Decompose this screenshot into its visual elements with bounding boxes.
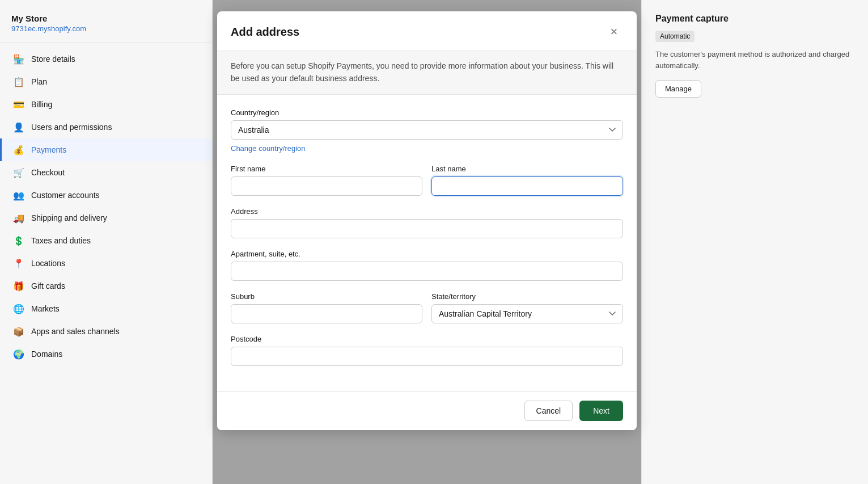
shipping-icon: 🚚	[13, 212, 24, 224]
sidebar: My Store 9731ec.myshopify.com 🏪 Store de…	[0, 0, 213, 484]
gift-cards-icon: 🎁	[13, 280, 24, 292]
sidebar-item-markets[interactable]: 🌐 Markets	[0, 297, 212, 320]
store-details-icon: 🏪	[13, 53, 24, 65]
sidebar-item-label: Billing	[31, 100, 52, 109]
sidebar-item-store-details[interactable]: 🏪 Store details	[0, 48, 212, 70]
sidebar-item-payments[interactable]: 💰 Payments	[0, 138, 212, 161]
sidebar-nav: 🏪 Store details 📋 Plan 💳 Billing 👤 Users…	[0, 48, 212, 365]
next-button[interactable]: Next	[579, 401, 623, 421]
first-name-input[interactable]	[231, 176, 422, 196]
address-label: Address	[231, 207, 623, 216]
main-content: Add address × Before you can setup Shopi…	[213, 0, 641, 484]
sidebar-item-locations[interactable]: 📍 Locations	[0, 252, 212, 275]
first-name-group: First name	[231, 165, 422, 196]
name-row: First name Last name	[231, 165, 623, 207]
country-region-group: Country/region Australia Change country/…	[231, 108, 623, 153]
modal-close-button[interactable]: ×	[605, 23, 623, 41]
sidebar-item-taxes-duties[interactable]: 💲 Taxes and duties	[0, 229, 212, 252]
manage-button[interactable]: Manage	[655, 80, 701, 98]
payments-icon: 💰	[13, 144, 24, 155]
last-name-input[interactable]	[431, 176, 623, 196]
suburb-label: Suburb	[231, 292, 422, 301]
state-label: State/territory	[431, 292, 623, 301]
locations-icon: 📍	[13, 258, 24, 269]
sidebar-item-label: Payments	[31, 145, 66, 154]
sidebar-item-label: Users and permissions	[31, 123, 112, 132]
address-input[interactable]	[231, 219, 623, 238]
taxes-icon: 💲	[13, 235, 24, 246]
store-url[interactable]: 9731ec.myshopify.com	[11, 24, 86, 33]
state-group: State/territory Australian Capital Terri…	[431, 292, 623, 323]
apartment-input[interactable]	[231, 262, 623, 281]
suburb-state-row: Suburb State/territory Australian Capita…	[231, 292, 623, 335]
modal-title: Add address	[231, 26, 299, 39]
sidebar-item-billing[interactable]: 💳 Billing	[0, 93, 212, 116]
add-address-modal: Add address × Before you can setup Shopi…	[217, 11, 637, 430]
sidebar-item-label: Checkout	[31, 168, 65, 177]
store-name: My Store	[11, 14, 201, 23]
sidebar-item-label: Plan	[31, 77, 47, 86]
sidebar-item-apps-sales-channels[interactable]: 📦 Apps and sales channels	[0, 320, 212, 343]
address-group: Address	[231, 207, 623, 238]
cancel-button[interactable]: Cancel	[524, 401, 573, 421]
first-name-label: First name	[231, 165, 422, 173]
apps-icon: 📦	[13, 326, 24, 337]
customer-accounts-icon: 👥	[13, 190, 24, 201]
sidebar-item-checkout[interactable]: 🛒 Checkout	[0, 161, 212, 184]
postcode-group: Postcode	[231, 335, 623, 366]
capture-description: The customer's payment method is authori…	[655, 49, 854, 71]
sidebar-item-label: Customer accounts	[31, 191, 100, 200]
sidebar-item-users-permissions[interactable]: 👤 Users and permissions	[0, 116, 212, 138]
modal-form: Country/region Australia Change country/…	[217, 95, 637, 391]
postcode-label: Postcode	[231, 335, 623, 343]
sidebar-item-label: Markets	[31, 304, 60, 313]
sidebar-item-label: Apps and sales channels	[31, 327, 120, 336]
domains-icon: 🌍	[13, 348, 24, 360]
suburb-group: Suburb	[231, 292, 422, 323]
modal-footer: Cancel Next	[217, 391, 637, 430]
sidebar-item-label: Domains	[31, 350, 62, 359]
modal-header: Add address ×	[217, 11, 637, 50]
modal-body: Before you can setup Shopify Payments, y…	[217, 50, 637, 391]
sidebar-item-domains[interactable]: 🌍 Domains	[0, 343, 212, 365]
plan-icon: 📋	[13, 76, 24, 87]
payment-capture-title: Payment capture	[655, 14, 854, 24]
sidebar-item-label: Locations	[31, 259, 65, 268]
users-icon: 👤	[13, 121, 24, 133]
sidebar-item-shipping-delivery[interactable]: 🚚 Shipping and delivery	[0, 207, 212, 229]
apartment-group: Apartment, suite, etc.	[231, 250, 623, 281]
sidebar-item-gift-cards[interactable]: 🎁 Gift cards	[0, 275, 212, 297]
modal-info-text: Before you can setup Shopify Payments, y…	[231, 60, 623, 85]
sidebar-item-label: Shipping and delivery	[31, 213, 107, 222]
sidebar-item-label: Taxes and duties	[31, 236, 91, 245]
last-name-label: Last name	[431, 165, 623, 173]
store-info: My Store 9731ec.myshopify.com	[0, 9, 212, 43]
suburb-input[interactable]	[231, 304, 422, 323]
automatic-badge: Automatic	[655, 31, 695, 42]
sidebar-item-label: Store details	[31, 54, 75, 64]
sidebar-item-plan[interactable]: 📋 Plan	[0, 70, 212, 93]
sidebar-item-label: Gift cards	[31, 281, 65, 291]
country-label: Country/region	[231, 108, 623, 117]
postcode-input[interactable]	[231, 347, 623, 366]
last-name-group: Last name	[431, 165, 623, 196]
apartment-label: Apartment, suite, etc.	[231, 250, 623, 258]
modal-overlay: Add address × Before you can setup Shopi…	[213, 0, 641, 484]
markets-icon: 🌐	[13, 303, 24, 314]
modal-info-bar: Before you can setup Shopify Payments, y…	[217, 50, 637, 95]
change-country-link[interactable]: Change country/region	[231, 144, 306, 153]
billing-icon: 💳	[13, 99, 24, 110]
country-select[interactable]: Australia	[231, 120, 623, 140]
sidebar-item-customer-accounts[interactable]: 👥 Customer accounts	[0, 184, 212, 207]
right-panel: Payment capture Automatic The customer's…	[641, 0, 868, 484]
state-select[interactable]: Australian Capital Territory New South W…	[431, 304, 623, 323]
checkout-icon: 🛒	[13, 167, 24, 178]
